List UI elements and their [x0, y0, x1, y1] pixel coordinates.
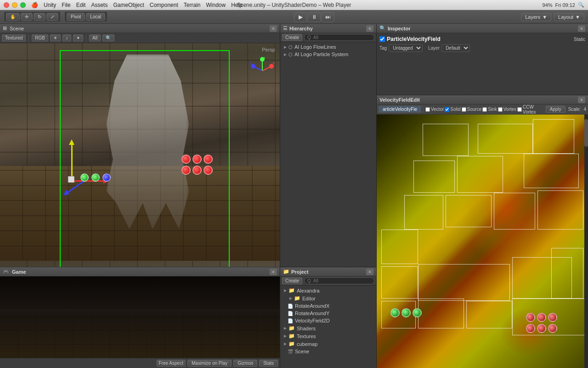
project-create-button[interactable]: Create	[282, 277, 302, 284]
hierarchy-create-button[interactable]: Create	[282, 34, 302, 41]
effects-button[interactable]: ✦	[73, 34, 83, 41]
solid-checkbox[interactable]	[445, 107, 449, 112]
project-file-rotatey[interactable]: 📄 RotateAroundY	[280, 310, 376, 317]
gizmos-button[interactable]: Gizmos	[233, 360, 257, 367]
game-menu-button[interactable]: ≡	[270, 269, 277, 275]
assets-menu[interactable]: Assets	[91, 2, 107, 8]
window-menu[interactable]: Window	[206, 2, 226, 8]
ccw-vortex-checkbox[interactable]	[517, 107, 522, 112]
folder-icon-5: 📁	[288, 341, 295, 347]
close-button[interactable]	[4, 2, 9, 8]
sink-checkbox[interactable]	[482, 107, 487, 112]
folder-icon-1: 📁	[288, 288, 295, 293]
apple-menu[interactable]: 🍎	[31, 2, 38, 8]
vector-checkbox[interactable]	[425, 107, 430, 112]
inspector-menu-button[interactable]: ≡	[578, 25, 585, 32]
velocity-scrollbar-thumb[interactable]	[584, 119, 588, 147]
scene-menu-button[interactable]: ≡	[270, 25, 277, 32]
project-folder-editor[interactable]: ▶ 📁 Editor	[280, 294, 376, 302]
sink-checkbox-label: Sink	[482, 107, 497, 112]
red-particles	[181, 155, 218, 175]
file-menu[interactable]: File	[62, 2, 70, 8]
vel-editor-title: VelocityFieldEdit	[379, 97, 420, 103]
project-menu-button[interactable]: ≡	[366, 269, 373, 275]
maximize-on-play-button[interactable]: Maximize on Play	[187, 360, 232, 367]
scale-tool[interactable]: ⤢	[46, 13, 58, 21]
article-velocity-tab[interactable]: articleVelocityFie	[379, 106, 421, 113]
hier-arrow-2: ▶	[284, 52, 287, 57]
project-folder-textures[interactable]: ▶ 📁 Textures	[280, 332, 376, 340]
terrain-menu[interactable]: Terrain	[184, 2, 201, 8]
project-folder-shaders[interactable]: ▶ 📁 Shaders	[280, 324, 376, 332]
vel-orb-red-2	[537, 313, 546, 322]
project-file-scene[interactable]: 🎬 Scene	[280, 348, 376, 355]
maximize-button[interactable]	[20, 2, 26, 8]
search-scene-button[interactable]: 🔍	[102, 34, 114, 41]
search-icon[interactable]: 🔍	[578, 2, 584, 8]
file-label-3: VelocityField2D	[295, 318, 330, 323]
inspector-component-name: ParticleVelocityField	[387, 36, 572, 42]
source-checkbox[interactable]	[462, 107, 466, 112]
hierarchy-search-input[interactable]	[304, 34, 374, 41]
textured-button[interactable]: Textured	[2, 34, 26, 41]
red-particle-2	[192, 155, 202, 164]
inspector-tag-row: Tag Untagged Layer Default	[379, 44, 585, 52]
gameobject-menu[interactable]: GameObject	[113, 2, 144, 8]
hierarchy-content: ▶ ⬡ AI Logo FlowLines ▶ ⬡ AI Logo Partic…	[280, 42, 376, 267]
inspector-header: 🔍 Inspector ≡	[377, 24, 588, 33]
edit-menu[interactable]: Edit	[76, 2, 86, 8]
lighting-button[interactable]: ☀	[50, 34, 61, 41]
velocity-editor-header: VelocityFieldEdit ≡	[377, 95, 588, 104]
step-button[interactable]: ⏭	[322, 12, 334, 22]
layers-dropdown[interactable]: Layers ▼	[521, 13, 551, 21]
velocity-scrollbar[interactable]	[584, 115, 588, 368]
layout-dropdown[interactable]: Layout ▼	[554, 13, 584, 21]
aspect-selector[interactable]: Free Aspect	[157, 360, 186, 367]
vortex-checkbox[interactable]	[498, 107, 503, 112]
layer-selector[interactable]: Default	[441, 44, 470, 52]
project-file-velocityfield[interactable]: 📄 VelocityField2D	[280, 317, 376, 324]
velocity-editor-menu-button[interactable]: ≡	[578, 97, 585, 103]
apply-button[interactable]: Apply	[546, 106, 565, 113]
project-folder-alexandra[interactable]: ▶ 📁 Alexandra	[280, 287, 376, 294]
scene-canvas[interactable]: X Y Z Persp	[0, 43, 280, 267]
audio-button[interactable]: ♪	[62, 34, 71, 41]
inspector-icon: 🔍	[379, 25, 386, 31]
play-button[interactable]: ▶	[294, 12, 307, 22]
rgb-button[interactable]: RGB	[32, 34, 48, 41]
stats-button[interactable]: Stats	[259, 360, 278, 367]
tag-selector[interactable]: Untagged	[389, 44, 423, 52]
hier-arrow-1: ▶	[284, 45, 287, 49]
source-checkbox-label: Source	[462, 107, 482, 112]
gizmos-button[interactable]: All	[89, 34, 101, 41]
minimize-button[interactable]	[12, 2, 17, 8]
rotate-tool[interactable]: ↻	[34, 13, 45, 21]
vortex-checkbox-label: Vortex	[498, 107, 516, 112]
local-button[interactable]: Local	[86, 13, 105, 21]
window-controls[interactable]	[4, 2, 26, 8]
folder-label-5: cubemap	[297, 341, 317, 347]
grid-rect-15	[551, 248, 583, 299]
pivot-toggle: Pivot Local	[64, 12, 107, 22]
hier-item-particles[interactable]: ▶ ⬡ AI Logo Particle System	[280, 51, 376, 58]
move-tool[interactable]: ✛	[21, 13, 33, 21]
main-layout: ⊞ Scene ≡ Textured RGB ☀ ♪ ✦ All 🔍	[0, 24, 588, 368]
project-folder-cubemap[interactable]: ▶ 📁 cubemap	[280, 340, 376, 348]
pivot-button[interactable]: Pivot	[67, 13, 85, 21]
unity-menu[interactable]: Unity	[44, 2, 56, 8]
inspector-title: Inspector	[388, 26, 411, 31]
component-enabled-checkbox[interactable]	[379, 36, 385, 42]
hierarchy-menu-button[interactable]: ≡	[366, 25, 373, 32]
static-toggle[interactable]: Static	[574, 37, 585, 42]
grid-rect-9	[494, 193, 535, 230]
velocity-canvas[interactable]	[377, 115, 588, 368]
gameobject-icon-2: ⬡	[288, 52, 293, 57]
pause-button[interactable]: ⏸	[308, 12, 321, 22]
component-menu[interactable]: Component	[150, 2, 178, 8]
project-search-input[interactable]	[304, 277, 374, 284]
persp-label: Persp	[262, 47, 275, 52]
hand-tool[interactable]: ✋	[6, 13, 20, 21]
hier-item-flowlines[interactable]: ▶ ⬡ AI Logo FlowLines	[280, 43, 376, 51]
project-file-rotatex[interactable]: 📄 RotateAroundX	[280, 302, 376, 310]
folder-icon-4: 📁	[288, 333, 295, 339]
